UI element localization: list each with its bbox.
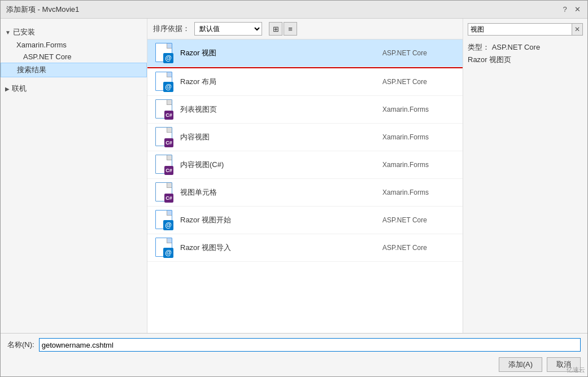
item-category-7: ASP.NET Core xyxy=(382,244,456,252)
item-category-4: Xamarin.Forms xyxy=(382,161,456,169)
detail-desc-row: Razor 视图页 xyxy=(468,55,583,65)
list-item[interactable]: @ Razor 视图导入 ASP.NET Core xyxy=(147,234,463,262)
item-category-2: Xamarin.Forms xyxy=(382,106,456,113)
item-category-3: Xamarin.Forms xyxy=(382,133,456,141)
item-category-1: ASP.NET Core xyxy=(382,78,456,86)
sidebar-item-search[interactable]: 搜索结果 xyxy=(1,63,147,77)
online-arrow: ▶ xyxy=(5,86,10,92)
sort-select[interactable]: 默认值 xyxy=(194,22,262,36)
grid-view-button[interactable]: ⊞ xyxy=(269,22,282,36)
installed-section: ▼ 已安装 Xamarin.Forms ASP.NET Core 搜索结果 xyxy=(1,23,147,80)
items-list: @ Razor 视图 ASP.NET Core @ Razor xyxy=(147,40,463,333)
item-icon-7: @ xyxy=(154,238,175,258)
name-row: 名称(N): xyxy=(7,338,581,352)
installed-arrow: ▼ xyxy=(5,29,11,36)
detail-info: 类型： ASP.NET Core Razor 视图页 xyxy=(468,40,583,69)
item-icon-5: C# xyxy=(154,182,175,203)
sidebar: ▼ 已安装 Xamarin.Forms ASP.NET Core 搜索结果 ▶ … xyxy=(1,19,147,333)
item-icon-4: C# xyxy=(154,155,175,175)
item-name-3: 内容视图 xyxy=(180,132,382,142)
item-category-6: ASP.NET Core xyxy=(382,216,456,224)
detail-type-row: 类型： ASP.NET Core xyxy=(468,42,583,52)
dialog-title: 添加新项 - MvcMovie1 xyxy=(6,5,79,15)
list-item[interactable]: @ Razor 视图 ASP.NET Core xyxy=(147,40,463,67)
item-name-4: 内容视图(C#) xyxy=(180,160,382,170)
list-item[interactable]: C# 列表视图页 Xamarin.Forms xyxy=(147,96,463,124)
item-name-7: Razor 视图导入 xyxy=(180,243,382,253)
item-name-6: Razor 视图开始 xyxy=(180,215,382,225)
detail-panel: ✕ 类型： ASP.NET Core Razor 视图页 xyxy=(463,19,587,333)
item-name-2: 列表视图页 xyxy=(180,104,382,115)
detail-desc-value: Razor 视图页 xyxy=(468,55,511,64)
installed-header[interactable]: ▼ 已安装 xyxy=(1,25,147,39)
detail-type-label: 类型： xyxy=(468,43,490,51)
name-input[interactable] xyxy=(39,338,581,352)
list-view-button[interactable]: ≡ xyxy=(284,22,297,36)
item-icon-2: C# xyxy=(154,99,175,120)
close-button[interactable]: ✕ xyxy=(573,5,582,14)
help-button[interactable]: ? xyxy=(560,5,569,14)
online-section: ▶ 联机 xyxy=(1,80,147,98)
sidebar-item-aspnetcore[interactable]: ASP.NET Core xyxy=(1,51,147,63)
watermark: 亿速云 xyxy=(567,366,585,374)
item-name-1: Razor 布局 xyxy=(180,77,382,87)
detail-search-input[interactable] xyxy=(468,23,572,36)
title-controls: ? ✕ xyxy=(560,5,582,14)
name-label: 名称(N): xyxy=(7,340,34,350)
view-icons: ⊞ ≡ xyxy=(269,22,297,36)
list-panel: 排序依据： 默认值 ⊞ ≡ @ xyxy=(147,19,463,333)
list-item[interactable]: @ Razor 视图开始 ASP.NET Core xyxy=(147,207,463,234)
bottom-buttons: 添加(A) 取消 xyxy=(7,357,581,372)
item-name-0: Razor 视图 xyxy=(180,48,382,58)
bottom-area: 名称(N): 添加(A) 取消 xyxy=(1,333,587,376)
installed-label: 已安装 xyxy=(13,27,35,37)
detail-search: ✕ xyxy=(468,23,583,36)
list-item[interactable]: C# 内容视图 Xamarin.Forms xyxy=(147,124,463,151)
detail-type-value: ASP.NET Core xyxy=(492,43,541,51)
sidebar-item-xamarin[interactable]: Xamarin.Forms xyxy=(1,39,147,51)
item-category-0: ASP.NET Core xyxy=(382,49,456,57)
online-label: 联机 xyxy=(12,84,27,94)
detail-search-clear[interactable]: ✕ xyxy=(572,23,583,36)
item-icon-1: @ xyxy=(154,72,175,92)
list-item[interactable]: @ Razor 布局 ASP.NET Core xyxy=(147,68,463,96)
main-content: ▼ 已安装 Xamarin.Forms ASP.NET Core 搜索结果 ▶ … xyxy=(1,19,587,333)
item-icon-6: @ xyxy=(154,210,175,230)
sort-label: 排序依据： xyxy=(153,24,190,34)
toolbar: 排序依据： 默认值 ⊞ ≡ xyxy=(147,19,463,40)
list-item[interactable]: C# 内容视图(C#) Xamarin.Forms xyxy=(147,151,463,179)
item-icon-3: C# xyxy=(154,127,175,147)
dialog-window: 添加新项 - MvcMovie1 ? ✕ ▼ 已安装 Xamarin.Forms… xyxy=(0,0,588,377)
item-icon-0: @ xyxy=(154,43,175,63)
title-bar: 添加新项 - MvcMovie1 ? ✕ xyxy=(1,1,587,19)
item-name-5: 视图单元格 xyxy=(180,187,382,198)
item-category-5: Xamarin.Forms xyxy=(382,188,456,196)
online-header[interactable]: ▶ 联机 xyxy=(1,82,147,95)
list-item[interactable]: C# 视图单元格 Xamarin.Forms xyxy=(147,179,463,207)
add-button[interactable]: 添加(A) xyxy=(499,357,542,372)
